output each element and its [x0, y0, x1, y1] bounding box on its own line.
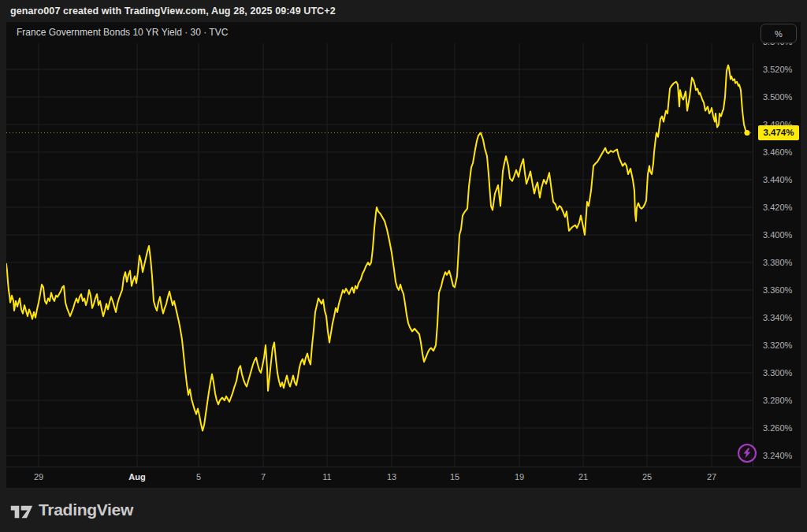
price-axis-label: 3.360% — [763, 285, 792, 296]
lightning-bolt-icon[interactable] — [738, 444, 757, 463]
time-axis-label: 11 — [311, 472, 343, 482]
time-axis[interactable]: 29Aug5711131519212527 — [6, 467, 801, 488]
tradingview-logo-mark-icon — [10, 502, 33, 519]
price-axis-label: 3.500% — [763, 91, 792, 102]
tradingview-logo[interactable]: TradingView — [10, 500, 133, 519]
time-axis-label: 7 — [247, 472, 279, 482]
lightning-glyph — [742, 448, 752, 459]
price-axis-label: 3.320% — [763, 340, 792, 351]
last-point-dot — [745, 130, 750, 136]
price-axis[interactable]: 3.474% 3.540%3.520%3.500%3.480%3.460%3.4… — [753, 43, 801, 467]
price-axis-label: 3.400% — [763, 229, 792, 240]
price-axis-label: 3.460% — [763, 147, 792, 158]
time-axis-label: 27 — [696, 472, 727, 482]
tradingview-screenshot: genaro007 created with TradingView.com, … — [0, 0, 807, 532]
time-axis-label: 15 — [439, 472, 470, 482]
attribution-text: genaro007 created with TradingView.com, … — [10, 6, 336, 17]
yield-line-series — [6, 65, 747, 431]
price-axis-label: 3.260% — [763, 422, 792, 433]
price-axis-label: 3.440% — [763, 174, 792, 185]
price-axis-label: 3.540% — [763, 43, 792, 47]
time-axis-label: Aug — [121, 472, 153, 482]
plot-area-svg[interactable] — [6, 43, 753, 467]
price-axis-label: 3.300% — [763, 367, 792, 378]
last-price-label: 3.474% — [758, 125, 799, 140]
chart-widget: France Government Bonds 10 YR Yield · 30… — [6, 22, 801, 488]
price-axis-label: 3.380% — [763, 257, 792, 268]
price-axis-label: 3.420% — [763, 202, 792, 213]
attribution-bar: genaro007 created with TradingView.com, … — [0, 0, 807, 22]
time-axis-label: 21 — [567, 472, 599, 482]
symbol-title: France Government Bonds 10 YR Yield · 30… — [17, 27, 228, 38]
time-axis-label: 25 — [631, 472, 663, 482]
price-axis-label: 3.240% — [763, 450, 792, 461]
time-axis-label: 19 — [504, 472, 535, 482]
time-axis-label: 5 — [183, 472, 214, 482]
price-axis-label: 3.520% — [763, 64, 792, 75]
percent-scale-button[interactable]: % — [761, 24, 797, 43]
time-axis-label: 29 — [23, 472, 54, 482]
price-axis-label: 3.340% — [763, 312, 792, 323]
price-axis-label: 3.280% — [763, 395, 792, 406]
footer-bar: TradingView — [0, 488, 807, 532]
time-axis-label: 13 — [376, 472, 407, 482]
tradingview-brand-text: TradingView — [39, 500, 133, 519]
